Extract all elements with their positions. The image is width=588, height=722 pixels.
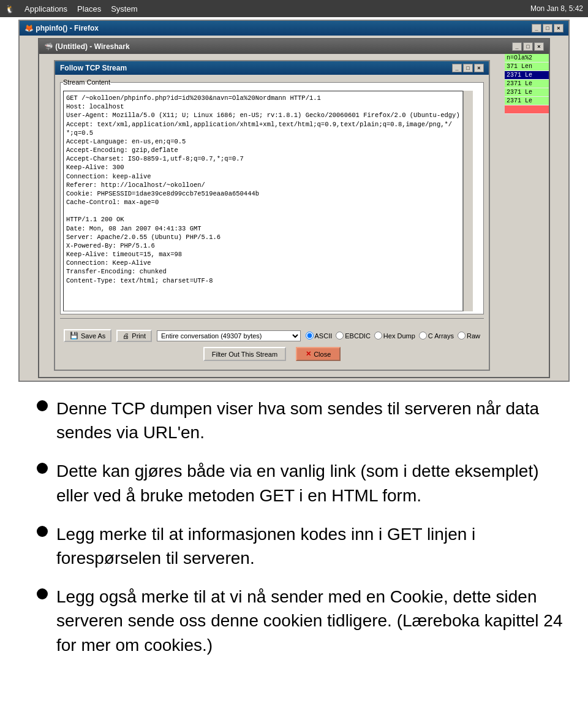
- stream-line-17: X-Powered-By: PHP/5.1.6: [66, 241, 460, 250]
- stream-line-15: Date: Mon, 08 Jan 2007 04:41:33 GMT: [66, 224, 460, 233]
- print-icon: 🖨: [123, 332, 129, 340]
- stream-text[interactable]: GET /~okolloen/phpinfo.php?id=id%2030&na…: [63, 91, 463, 311]
- stream-line-blank: [66, 207, 460, 215]
- tcp-minimize[interactable]: _: [452, 64, 462, 72]
- stream-content-group: Stream Content GET /~okolloen/phpinfo.ph…: [60, 78, 484, 314]
- stream-line-12: Cookie: PHPSESSID=1dae39ce8d99ccb7e519ea…: [66, 189, 460, 198]
- menu-places[interactable]: Places: [77, 4, 101, 13]
- packet-row-2[interactable]: 2371 Le: [505, 71, 549, 80]
- filter-out-button[interactable]: Filter Out This Stream: [203, 347, 286, 361]
- packet-row-4[interactable]: 2371 Le: [505, 88, 549, 97]
- stream-text-wrapper: GET /~okolloen/phpinfo.php?id=id%2030&na…: [63, 91, 481, 311]
- bullet-text-0: Denne TCP dumpen viser hva som sendes ti…: [56, 397, 564, 444]
- tcp-dialog: Follow TCP Stream _ □ × Stream Content: [54, 60, 490, 371]
- save-label: Save As: [81, 332, 105, 340]
- close-label: Close: [314, 351, 331, 358]
- save-as-button[interactable]: 💾 Save As: [64, 329, 111, 342]
- tcp-dialog-titlebar: Follow TCP Stream _ □ ×: [55, 61, 489, 75]
- menu-applications[interactable]: Applications: [24, 4, 67, 13]
- horizontal-scrollbar[interactable]: [60, 318, 484, 327]
- desktop-time: Mon Jan 8, 5:42: [530, 4, 583, 13]
- packet-row-3[interactable]: 2371 Le: [505, 80, 549, 88]
- menu-system[interactable]: System: [111, 4, 137, 13]
- bullet-item-1: Dette kan gjøres både via en vanlig link…: [37, 459, 564, 507]
- wireshark-title: (Untitled) - Wireshark: [55, 42, 129, 51]
- radio-hexdump[interactable]: Hex Dump: [374, 332, 415, 340]
- bullets-section: Denne TCP dumpen viser hva som sendes ti…: [0, 384, 588, 684]
- firefox-close[interactable]: ×: [554, 24, 564, 32]
- bullet-dot-0: [37, 400, 48, 411]
- tcp-maximize[interactable]: □: [463, 64, 473, 72]
- tcp-dialog-win-buttons: _ □ ×: [452, 64, 484, 72]
- bullet-dot-1: [37, 463, 48, 474]
- wireshark-titlebar: 🦈 (Untitled) - Wireshark _ □ ×: [39, 39, 549, 54]
- stream-line-19: Connection: Keep-Alive: [66, 259, 460, 267]
- firefox-title: phpinfo() - Firefox: [36, 24, 99, 32]
- tcp-dialog-content: Stream Content GET /~okolloen/phpinfo.ph…: [55, 75, 489, 370]
- bullet-item-0: Denne TCP dumpen viser hva som sendes ti…: [37, 397, 564, 444]
- stream-scrollbar[interactable]: [463, 91, 473, 311]
- radio-ebcdic-input[interactable]: [336, 332, 344, 340]
- firefox-win-buttons: _ □ ×: [532, 24, 564, 32]
- stream-line-7: Accept-Encoding: gzip,deflate: [66, 146, 460, 154]
- print-label: Print: [132, 332, 146, 340]
- firefox-minimize[interactable]: _: [532, 24, 541, 32]
- radio-ascii-label: ASCII: [315, 332, 333, 340]
- radio-carrays-input[interactable]: [419, 332, 427, 340]
- radio-ascii-input[interactable]: [306, 332, 314, 340]
- packet-row-0[interactable]: n=Ola%2: [505, 54, 549, 63]
- bullet-text-2: Legg merke til at informasjonen kodes in…: [56, 522, 564, 570]
- radio-carrays-label: C Arrays: [428, 332, 454, 340]
- save-icon: 💾: [70, 332, 78, 340]
- tcp-dialog-title: Follow TCP Stream: [60, 64, 127, 72]
- radio-carrays[interactable]: C Arrays: [419, 332, 454, 340]
- wireshark-maximize[interactable]: □: [523, 42, 533, 51]
- firefox-titlebar: 🦊 phpinfo() - Firefox _ □ ×: [20, 21, 568, 36]
- bullet-text-3: Legg også merke til at vi nå sender med …: [56, 585, 564, 657]
- firefox-icon: 🦊: [24, 24, 34, 32]
- packet-row-red: [505, 105, 549, 114]
- stream-group-label: Stream Content: [63, 78, 110, 86]
- stream-line-9: Keep-Alive: 300: [66, 163, 460, 172]
- stream-line-16: Server: Apache/2.0.55 (Ubuntu) PHP/5.1.6: [66, 233, 460, 241]
- print-button[interactable]: 🖨 Print: [116, 330, 152, 342]
- radio-raw-input[interactable]: [458, 332, 466, 340]
- firefox-window: 🦊 phpinfo() - Firefox _ □ × 🦈 (Untitled)…: [18, 20, 570, 382]
- packet-row-5[interactable]: 2371 Le: [505, 97, 549, 105]
- stream-line-4: Accept: text/xml,application/xml,applica…: [66, 120, 460, 129]
- wireshark-close[interactable]: ×: [534, 42, 544, 51]
- encoding-radio-group: ASCII EBCDIC Hex Dump: [306, 332, 480, 340]
- tcp-close[interactable]: ×: [474, 64, 484, 72]
- stream-line-1: GET /~okolloen/phpinfo.php?id=id%2030&na…: [66, 94, 460, 102]
- radio-ebcdic[interactable]: EBCDIC: [336, 332, 371, 340]
- radio-raw-label: Raw: [467, 332, 480, 340]
- bullet-dot-3: [37, 588, 48, 599]
- ubuntu-icon: 🐧: [5, 4, 15, 13]
- stream-line-5: *;q=0.5: [66, 129, 460, 137]
- bullet-item-3: Legg også merke til at vi nå sender med …: [37, 585, 564, 657]
- close-button[interactable]: ✕ Close: [296, 347, 341, 361]
- wireshark-minimize[interactable]: _: [512, 42, 522, 51]
- stream-line-6: Accept-Language: en-us,en;q=0.5: [66, 137, 460, 146]
- wireshark-window: 🦈 (Untitled) - Wireshark _ □ × Follow TC…: [38, 38, 550, 378]
- stream-line-8: Accept-Charset: ISO-8859-1,utf-8;q=0.7,*…: [66, 154, 460, 163]
- stream-line-20: Transfer-Encoding: chunked: [66, 267, 460, 276]
- bullet-item-2: Legg merke til at informasjonen kodes in…: [37, 522, 564, 570]
- stream-line-13: Cache-Control: max-age=0: [66, 198, 460, 207]
- wireshark-win-buttons: _ □ ×: [512, 42, 544, 51]
- radio-hexdump-input[interactable]: [374, 332, 382, 340]
- stream-line-21: Content-Type: text/html; charset=UTF-8: [66, 276, 460, 285]
- conversation-select[interactable]: Entire conversation (49307 bytes): [157, 330, 301, 341]
- firefox-maximize[interactable]: □: [543, 24, 552, 32]
- bullet-dot-2: [37, 526, 48, 537]
- packet-row-1[interactable]: 371 Len: [505, 63, 549, 71]
- wireshark-left: Follow TCP Stream _ □ × Stream Content: [39, 54, 505, 377]
- wireshark-inner: Follow TCP Stream _ □ × Stream Content: [39, 54, 549, 377]
- wireshark-packet-list: n=Ola%2 371 Len 2371 Le 2371 Le 2371 Le …: [505, 54, 549, 377]
- stream-line-11: Referer: http://localhost/~okolloen/: [66, 181, 460, 189]
- radio-hexdump-label: Hex Dump: [383, 332, 415, 340]
- radio-ascii[interactable]: ASCII: [306, 332, 333, 340]
- radio-raw[interactable]: Raw: [458, 332, 480, 340]
- desktop-bar: 🐧 Applications Places System Mon Jan 8, …: [0, 0, 588, 17]
- tcp-action-buttons: Filter Out This Stream ✕ Close: [60, 344, 484, 366]
